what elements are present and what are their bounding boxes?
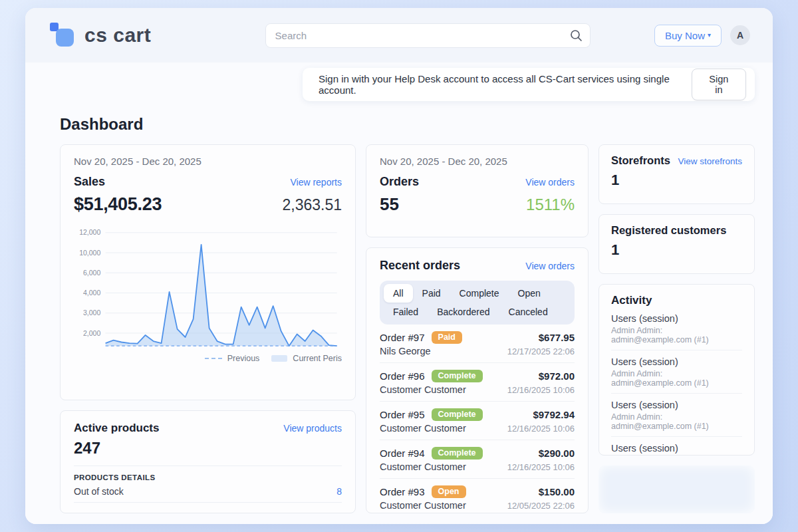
svg-text:3,000: 3,000 xyxy=(83,309,100,317)
svg-text:10,000: 10,000 xyxy=(79,249,100,257)
order-customer: Customer Customer xyxy=(380,462,466,472)
order-status-badge: Paid xyxy=(432,331,462,344)
banner-message: Sign in with your Help Desk account to a… xyxy=(319,73,692,96)
order-id: Order #96 xyxy=(380,370,425,382)
order-row[interactable]: Order #94Complete$290.00Customer Custome… xyxy=(380,440,575,479)
storefronts-card: Storefronts View storefronts 1 xyxy=(598,144,755,204)
order-status-badge: Complete xyxy=(432,370,483,382)
top-bar: cs cart Buy Now ▾ A xyxy=(25,8,773,63)
order-price: $290.00 xyxy=(539,448,575,459)
cs-cart-logo[interactable]: cs cart xyxy=(50,21,151,49)
sign-in-button[interactable]: Sign in xyxy=(692,68,746,100)
active-products-title: Active products xyxy=(74,422,159,435)
tab-canceled[interactable]: Canceled xyxy=(499,303,557,321)
order-datetime: 12/16/2025 10:06 xyxy=(507,424,575,434)
activity-item-detail: Admin Admin: admin@example.com (#1) xyxy=(611,369,742,388)
order-price: $677.95 xyxy=(539,332,575,343)
order-id: Order #97 xyxy=(380,332,425,343)
order-status-badge: Complete xyxy=(432,408,483,421)
view-orders-link[interactable]: View orders xyxy=(525,177,575,188)
sales-chart-svg: 2,0003,0004,0006,00010,00012,000 xyxy=(74,224,342,351)
storefronts-count: 1 xyxy=(611,172,742,189)
activity-item: Users (session)Admin Admin: admin@exampl… xyxy=(611,437,742,456)
activity-item-title: Users (session) xyxy=(611,313,742,324)
out-of-stock-label: Out of stock xyxy=(74,486,124,497)
svg-text:12,000: 12,000 xyxy=(79,228,100,236)
products-details-label: PRODUCTS DETAILS xyxy=(74,473,342,481)
tab-all[interactable]: All xyxy=(384,284,413,303)
order-row[interactable]: Order #93Open$150.00Customer Customer12/… xyxy=(380,479,575,517)
order-status-badge: Open xyxy=(432,485,466,498)
sales-amount: $51,405.23 xyxy=(74,194,162,215)
current-legend-swatch xyxy=(271,355,287,362)
sales-date-range: Nov 20, 2025 - Dec 20, 2025 xyxy=(74,156,342,167)
activity-item: Users (session)Admin Admin: admin@exampl… xyxy=(611,350,742,394)
chart-legend: Previous Current Peris xyxy=(74,354,342,363)
order-rows: Order #97Paid$677.95Nils George12/17/202… xyxy=(380,325,575,517)
helpdesk-signin-banner: Sign in with your Help Desk account to a… xyxy=(303,68,755,101)
storefronts-title: Storefronts xyxy=(611,154,670,167)
logo-text: cs cart xyxy=(84,24,151,47)
order-customer: Customer Customer xyxy=(380,500,466,511)
cs-cart-logo-icon xyxy=(50,21,78,49)
search-input[interactable] xyxy=(265,23,591,48)
order-id: Order #94 xyxy=(380,448,425,459)
tab-paid[interactable]: Paid xyxy=(413,284,450,303)
order-row[interactable]: Order #96Complete$972.00Customer Custome… xyxy=(380,363,575,402)
activity-title: Activity xyxy=(611,294,742,307)
search-icon[interactable] xyxy=(569,29,583,42)
svg-text:6,000: 6,000 xyxy=(83,269,100,277)
registered-customers-card: Registered customers 1 xyxy=(598,214,755,274)
main-content: Sign in with your Help Desk account to a… xyxy=(25,63,773,524)
orders-date-range: Nov 20, 2025 - Dec 20, 2025 xyxy=(380,156,575,167)
previous-legend-swatch xyxy=(205,358,222,359)
out-of-stock-row: Out of stock 8 xyxy=(74,486,342,503)
tab-failed[interactable]: Failed xyxy=(384,303,428,321)
empty-placeholder-card xyxy=(598,466,755,513)
activity-list: Users (session)Admin Admin: admin@exampl… xyxy=(611,307,742,456)
activity-card: Activity Users (session)Admin Admin: adm… xyxy=(598,284,755,456)
avatar[interactable]: A xyxy=(730,25,750,45)
view-storefronts-link[interactable]: View storefronts xyxy=(678,156,742,166)
order-row[interactable]: Order #97Paid$677.95Nils George12/17/202… xyxy=(380,325,575,363)
current-legend-label: Current Peris xyxy=(293,354,342,363)
activity-item-title: Users (session) xyxy=(611,400,742,410)
orders-title: Orders xyxy=(380,175,419,189)
order-id: Order #95 xyxy=(380,409,425,420)
recent-view-orders-link[interactable]: View orders xyxy=(525,261,575,271)
activity-item: Users (session)Admin Admin: admin@exampl… xyxy=(611,307,742,350)
orders-percent: 1511% xyxy=(526,196,575,214)
order-price: $9792.94 xyxy=(533,409,575,420)
activity-item: Users (session)Admin Admin: admin@exampl… xyxy=(611,394,742,437)
app-window: cs cart Buy Now ▾ A Sign in with your xyxy=(25,8,773,524)
svg-text:2,000: 2,000 xyxy=(83,329,100,337)
order-datetime: 12/17/2025 22:06 xyxy=(507,346,575,356)
sales-title: Sales xyxy=(74,175,105,189)
recent-orders-title: Recent orders xyxy=(380,259,460,273)
order-id: Order #93 xyxy=(380,486,425,497)
order-datetime: 12/16/2025 10:06 xyxy=(507,385,575,395)
order-customer: Nils George xyxy=(380,346,431,356)
active-products-count: 247 xyxy=(74,439,342,458)
previous-legend-label: Previous xyxy=(227,354,260,363)
orders-card: Nov 20, 2025 - Dec 20, 2025 Orders View … xyxy=(366,144,589,237)
out-of-stock-value[interactable]: 8 xyxy=(336,486,342,497)
activity-item-title: Users (session) xyxy=(611,356,742,367)
tab-complete[interactable]: Complete xyxy=(450,284,509,303)
view-reports-link[interactable]: View reports xyxy=(290,177,342,188)
activity-item-title: Users (session) xyxy=(611,443,742,454)
order-datetime: 12/05/2025 22:06 xyxy=(507,501,575,511)
order-customer: Customer Customer xyxy=(380,384,466,395)
order-customer: Customer Customer xyxy=(380,423,466,434)
orders-count: 55 xyxy=(380,194,399,215)
activity-item-detail: Admin Admin: admin@example.com (#1) xyxy=(611,326,742,344)
page-title: Dashboard xyxy=(60,115,755,134)
sales-secondary-value: 2,363.51 xyxy=(282,196,342,214)
activity-item-detail: Admin Admin: admin@example.com (#1) xyxy=(611,412,742,431)
buy-now-button[interactable]: Buy Now ▾ xyxy=(654,25,722,47)
tab-backordered[interactable]: Backordered xyxy=(428,303,499,321)
tab-open[interactable]: Open xyxy=(509,284,550,303)
order-status-tabs: AllPaidCompleteOpenFailedBackorderedCanc… xyxy=(380,281,575,325)
view-products-link[interactable]: View products xyxy=(283,423,342,434)
order-row[interactable]: Order #95Complete$9792.94Customer Custom… xyxy=(380,402,575,440)
